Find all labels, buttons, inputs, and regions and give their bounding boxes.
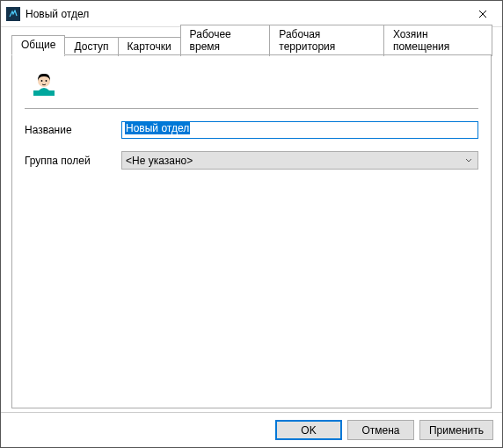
cancel-button[interactable]: Отмена: [347, 420, 414, 440]
icon-row: [25, 64, 478, 103]
svg-point-2: [41, 80, 43, 82]
window-title: Новый отдел: [26, 8, 463, 20]
name-label: Название: [25, 124, 121, 136]
tab-access[interactable]: Доступ: [64, 37, 118, 56]
group-label: Группа полей: [25, 155, 121, 167]
close-icon: [478, 10, 487, 18]
close-button[interactable]: [463, 1, 502, 27]
tab-label: Рабочая территория: [279, 28, 335, 53]
svg-rect-0: [33, 90, 55, 96]
divider: [25, 108, 478, 109]
tab-label: Доступ: [74, 40, 108, 53]
titlebar: Новый отдел: [1, 1, 502, 27]
chevron-down-icon: [465, 155, 472, 167]
name-input-value: Новый отдел: [125, 122, 190, 134]
tab-worktime[interactable]: Рабочее время: [180, 25, 271, 56]
group-select-value: <Не указано>: [126, 155, 193, 167]
tab-label: Рабочее время: [190, 28, 231, 53]
name-input[interactable]: Новый отдел: [121, 121, 478, 139]
tab-territory[interactable]: Рабочая территория: [269, 25, 384, 56]
tab-room-owner[interactable]: Хозяин помещения: [383, 25, 492, 56]
tab-panel: Название Новый отдел Группа полей <Не ук…: [11, 54, 492, 408]
tab-general[interactable]: Общие: [11, 35, 65, 55]
button-label: Применить: [429, 424, 484, 437]
button-label: OK: [301, 424, 316, 437]
dialog-content: Общие Доступ Карточки Рабочее время Рабо…: [1, 27, 502, 408]
button-label: Отмена: [361, 424, 399, 437]
row-fields-group: Группа полей <Не указано>: [25, 151, 478, 170]
tab-label: Общие: [21, 39, 55, 51]
svg-point-3: [46, 80, 47, 82]
tab-label: Хозяин помещения: [393, 28, 449, 53]
tab-label: Карточки: [128, 40, 171, 53]
apply-button[interactable]: Применить: [419, 420, 493, 440]
tab-strip: Общие Доступ Карточки Рабочее время Рабо…: [11, 36, 492, 55]
group-select[interactable]: <Не указано>: [121, 151, 478, 170]
row-name: Название Новый отдел: [25, 121, 478, 139]
person-icon: [30, 69, 58, 98]
app-icon: [6, 7, 20, 21]
button-bar: OK Отмена Применить: [1, 412, 502, 447]
tab-cards[interactable]: Карточки: [118, 37, 181, 56]
ok-button[interactable]: OK: [275, 420, 342, 440]
